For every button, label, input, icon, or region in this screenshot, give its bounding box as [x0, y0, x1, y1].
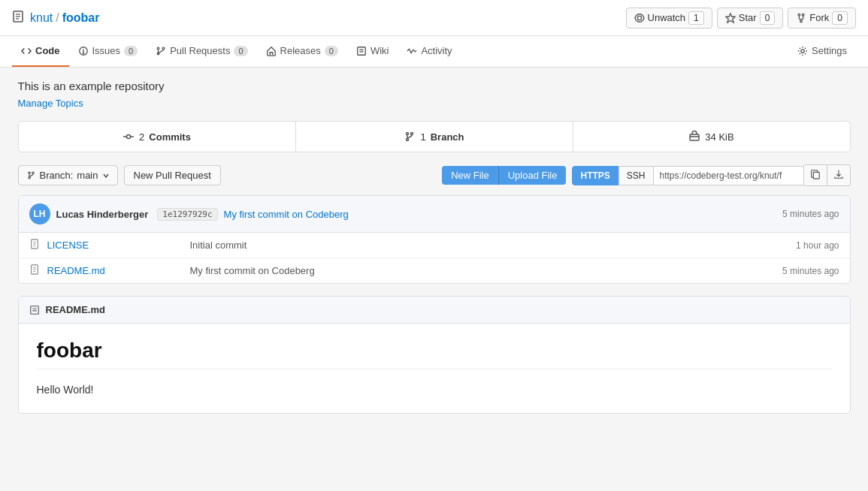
- tab-releases-label: Releases: [280, 45, 321, 56]
- svg-marker-5: [726, 13, 735, 22]
- clone-url-input[interactable]: [654, 166, 804, 185]
- svg-point-28: [28, 177, 29, 179]
- repo-icon: [12, 11, 24, 25]
- nav-tabs: Code Issues 0 Pull Requests 0 Releases 0…: [0, 36, 868, 68]
- file-name-link[interactable]: LICENSE: [47, 239, 183, 251]
- watch-count: 1: [688, 11, 704, 25]
- star-button[interactable]: Star 0: [717, 8, 784, 29]
- commits-stat[interactable]: 2 Commits: [19, 122, 296, 152]
- tab-pull-requests[interactable]: Pull Requests 0: [147, 36, 256, 67]
- tab-settings[interactable]: Settings: [788, 36, 856, 67]
- clone-https-button[interactable]: HTTPS: [572, 166, 618, 185]
- branch-name: main: [77, 170, 98, 181]
- main-content: This is an example repository Manage Top…: [6, 68, 863, 426]
- clone-group: HTTPS SSH: [572, 164, 850, 186]
- repo-owner-link[interactable]: knut: [30, 11, 53, 25]
- commit-sha[interactable]: 1e1297929c: [157, 208, 217, 221]
- watch-button[interactable]: Unwatch 1: [626, 8, 712, 29]
- size-value: 34 KiB: [705, 131, 733, 143]
- repo-description: This is an example repository: [18, 80, 851, 92]
- svg-point-6: [798, 14, 800, 16]
- tab-issues[interactable]: Issues 0: [69, 36, 147, 67]
- svg-point-19: [127, 135, 131, 139]
- pull-requests-badge: 0: [234, 46, 247, 56]
- svg-point-7: [803, 14, 805, 16]
- readme-content: foobar Hello World!: [19, 324, 850, 413]
- commits-label: Commits: [149, 131, 191, 143]
- size-stat: 34 KiB: [573, 122, 850, 152]
- new-pull-request-button[interactable]: New Pull Request: [124, 165, 221, 185]
- svg-point-18: [801, 49, 804, 52]
- readme-body: Hello World!: [37, 381, 832, 398]
- star-label: Star: [739, 12, 757, 23]
- tab-code-label: Code: [35, 45, 60, 56]
- clone-download-button[interactable]: [827, 164, 851, 186]
- watch-label: Unwatch: [648, 12, 686, 23]
- tab-settings-label: Settings: [812, 45, 847, 56]
- svg-point-27: [28, 172, 29, 173]
- committer-name: Lucas Hinderberger: [56, 209, 149, 220]
- manage-topics-link[interactable]: Manage Topics: [18, 98, 83, 109]
- file-commit-message: Initial commit: [190, 239, 789, 251]
- svg-rect-15: [358, 47, 366, 55]
- tab-code[interactable]: Code: [12, 36, 69, 67]
- file-actions: New File Upload File HTTPS SSH: [442, 164, 850, 186]
- tab-activity-label: Activity: [421, 45, 452, 56]
- fork-count: 0: [832, 11, 848, 25]
- commit-time: 5 minutes ago: [782, 209, 839, 219]
- repo-separator: /: [56, 11, 59, 25]
- svg-point-22: [407, 133, 409, 135]
- branch-stat[interactable]: 1 Branch: [296, 122, 573, 152]
- fork-label: Fork: [809, 12, 829, 23]
- commit-header: LH Lucas Hinderberger 1e1297929c My firs…: [19, 196, 850, 233]
- file-table: LH Lucas Hinderberger 1e1297929c My firs…: [18, 195, 851, 284]
- tab-releases[interactable]: Releases 0: [257, 36, 347, 67]
- tab-wiki[interactable]: Wiki: [347, 36, 398, 67]
- top-bar: knut / foobar Unwatch 1 Star 0 Fork 0: [0, 0, 868, 36]
- readme-section: README.md foobar Hello World!: [18, 296, 851, 414]
- tab-wiki-label: Wiki: [370, 45, 389, 56]
- clone-copy-button[interactable]: [804, 164, 827, 186]
- svg-rect-30: [813, 172, 819, 179]
- repo-actions: Unwatch 1 Star 0 Fork 0: [626, 8, 856, 29]
- upload-file-button[interactable]: Upload File: [498, 166, 567, 185]
- file-name-link[interactable]: README.md: [47, 265, 183, 276]
- svg-point-14: [162, 47, 165, 50]
- file-toolbar: Branch: main New Pull Request New File U…: [18, 164, 851, 186]
- branch-selector[interactable]: Branch: main: [18, 165, 118, 185]
- clone-ssh-button[interactable]: SSH: [618, 166, 654, 185]
- file-time: 5 minutes ago: [782, 266, 839, 276]
- svg-point-11: [83, 53, 83, 53]
- avatar: LH: [29, 203, 50, 224]
- repo-name-link[interactable]: foobar: [62, 11, 100, 25]
- svg-rect-39: [30, 306, 38, 314]
- fork-button[interactable]: Fork 0: [788, 8, 856, 29]
- releases-badge: 0: [325, 46, 338, 56]
- new-file-button[interactable]: New File: [442, 166, 498, 185]
- file-icon: [29, 239, 40, 252]
- table-row: LICENSE Initial commit 1 hour ago: [19, 233, 850, 258]
- svg-point-29: [32, 172, 33, 173]
- star-count: 0: [760, 11, 776, 25]
- stats-bar: 2 Commits 1 Branch 34 KiB: [18, 121, 851, 152]
- svg-point-12: [157, 47, 159, 50]
- branch-label: Branch: [431, 131, 464, 143]
- svg-rect-25: [690, 134, 699, 140]
- tab-activity[interactable]: Activity: [398, 36, 461, 67]
- commits-value: 2: [139, 131, 144, 143]
- issues-badge: 0: [124, 46, 138, 56]
- file-time: 1 hour ago: [796, 240, 839, 251]
- file-commit-message: My first commit on Codeberg: [190, 265, 776, 276]
- tab-issues-label: Issues: [92, 45, 121, 56]
- readme-title: foobar: [37, 339, 832, 369]
- svg-point-8: [800, 20, 803, 23]
- commit-message-link[interactable]: My first commit on Codeberg: [224, 209, 349, 220]
- tab-pull-requests-label: Pull Requests: [170, 45, 230, 56]
- svg-point-4: [637, 16, 641, 20]
- branch-value: 1: [420, 131, 425, 143]
- file-icon: [29, 264, 40, 277]
- table-row: README.md My first commit on Codeberg 5 …: [19, 258, 850, 283]
- svg-point-24: [411, 133, 413, 135]
- svg-point-23: [407, 139, 409, 141]
- readme-header: README.md: [19, 297, 850, 324]
